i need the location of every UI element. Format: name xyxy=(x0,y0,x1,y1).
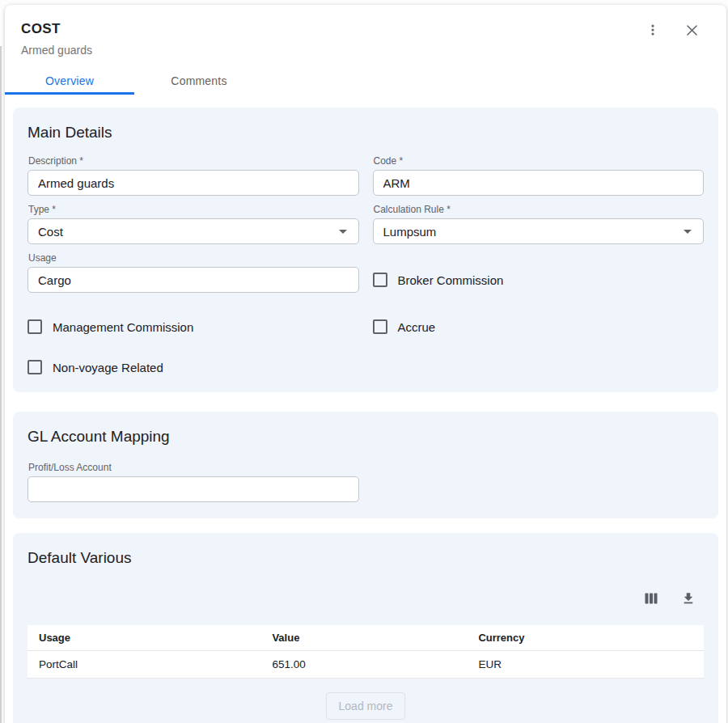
accrue-label: Accrue xyxy=(398,320,436,334)
calculation-rule-label: Calculation Rule * xyxy=(374,204,705,215)
code-input[interactable] xyxy=(373,170,705,196)
tab-comments-label: Comments xyxy=(171,74,226,87)
kebab-menu-icon[interactable] xyxy=(642,19,663,40)
table-header-usage: Usage xyxy=(28,632,260,644)
cost-dialog: COST Armed guards Overview Comments Main… xyxy=(5,5,726,723)
page-title: COST xyxy=(21,21,699,37)
code-field-group: Code * xyxy=(373,155,705,196)
table-header-currency: Currency xyxy=(467,632,704,644)
download-icon[interactable] xyxy=(678,588,699,609)
checkbox-icon xyxy=(28,319,42,334)
type-field-group: Type * Cost xyxy=(28,204,359,244)
description-field-group: Description * xyxy=(28,155,359,196)
profit-loss-field-group: Profit/Loss Account xyxy=(28,462,359,502)
accrue-checkbox[interactable]: Accrue xyxy=(373,319,705,334)
checkbox-icon xyxy=(28,360,42,374)
non-voyage-related-label: Non-voyage Related xyxy=(53,361,163,374)
calculation-rule-field-group: Calculation Rule * Lumpsum xyxy=(373,204,705,244)
type-select[interactable]: Cost xyxy=(28,218,359,244)
gl-account-mapping-title: GL Account Mapping xyxy=(28,428,704,446)
tab-overview-label: Overview xyxy=(45,74,94,87)
broker-commission-cell: Broker Commission xyxy=(373,252,705,293)
type-label: Type * xyxy=(28,204,359,215)
default-various-section: Default Various Usage Value Currency xyxy=(13,533,718,723)
table-row[interactable]: PortCall 651.00 EUR xyxy=(28,651,704,679)
page-subtitle: Armed guards xyxy=(21,44,699,57)
close-icon[interactable] xyxy=(681,19,702,40)
chevron-down-icon xyxy=(684,230,692,234)
description-label: Description * xyxy=(28,155,359,167)
checkbox-icon xyxy=(373,319,387,334)
tab-bar: Overview Comments xyxy=(5,67,726,95)
broker-commission-label: Broker Commission xyxy=(398,273,504,287)
usage-input[interactable] xyxy=(28,267,359,293)
description-input[interactable] xyxy=(28,170,359,196)
default-various-table: Usage Value Currency PortCall 651.00 EUR xyxy=(28,625,704,679)
cell-value: 651.00 xyxy=(260,658,467,670)
tab-comments[interactable]: Comments xyxy=(134,67,264,95)
main-details-section: Main Details Description * Code * Type *… xyxy=(13,108,718,392)
default-various-title: Default Various xyxy=(28,549,704,567)
table-toolbar xyxy=(28,588,704,609)
main-details-title: Main Details xyxy=(28,124,704,142)
tab-overview[interactable]: Overview xyxy=(5,67,134,95)
chevron-down-icon xyxy=(339,230,347,234)
calculation-rule-select-value: Lumpsum xyxy=(383,225,437,239)
header-actions xyxy=(642,19,702,40)
code-label: Code * xyxy=(374,155,705,167)
cell-currency: EUR xyxy=(467,658,704,670)
load-more-button[interactable]: Load more xyxy=(326,692,406,720)
load-more-wrap: Load more xyxy=(28,692,704,720)
table-header-row: Usage Value Currency xyxy=(28,625,704,651)
type-select-value: Cost xyxy=(38,225,63,239)
checkbox-icon xyxy=(373,273,387,287)
usage-label: Usage xyxy=(28,252,359,264)
management-commission-label: Management Commission xyxy=(53,320,193,334)
usage-field-group: Usage xyxy=(28,252,359,293)
broker-commission-checkbox[interactable]: Broker Commission xyxy=(373,273,504,293)
gl-account-mapping-section: GL Account Mapping Profit/Loss Account xyxy=(13,412,718,518)
background-page-edge xyxy=(0,46,2,723)
table-header-value: Value xyxy=(260,632,467,644)
non-voyage-related-checkbox[interactable]: Non-voyage Related xyxy=(28,360,359,374)
view-columns-icon[interactable] xyxy=(641,588,662,609)
profit-loss-label: Profit/Loss Account xyxy=(28,462,359,473)
cell-usage: PortCall xyxy=(28,658,260,670)
calculation-rule-select[interactable]: Lumpsum xyxy=(373,218,705,244)
profit-loss-input[interactable] xyxy=(28,476,359,502)
dialog-header: COST Armed guards xyxy=(5,5,726,57)
management-commission-checkbox[interactable]: Management Commission xyxy=(28,319,359,334)
